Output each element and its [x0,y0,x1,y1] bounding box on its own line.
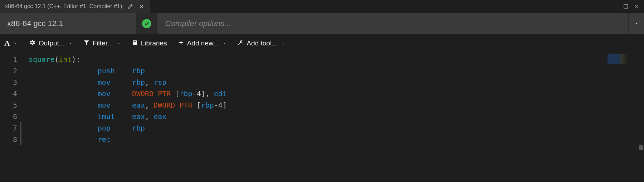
close-icon[interactable] [138,3,145,10]
tab-title: x86-64 gcc 12.1 (C++, Editor #1, Compile… [5,3,122,10]
filter-button[interactable]: Filter... [83,39,121,48]
asm-line: mov rbp, rsp [22,77,644,88]
asm-line: mov eax, DWORD PTR [rbp-4] [22,99,644,111]
line-number: 8 [0,134,17,145]
add-tool-button[interactable]: Add tool... [237,39,285,48]
line-number: 2 [0,65,17,77]
tab-bar: x86-64 gcc 12.1 (C++, Editor #1, Compile… [0,0,644,13]
font-button[interactable]: A [4,39,18,48]
chevron-down-icon [125,19,129,28]
chevron-down-icon [68,39,73,47]
line-number: 7 [0,122,17,134]
options-dropdown-button[interactable] [628,13,644,34]
line-number: 3 [0,77,17,88]
asm-line: square(int): [22,54,644,65]
chevron-down-icon [281,39,285,47]
gear-icon [29,39,36,48]
addtool-label: Add tool... [247,39,277,47]
compiler-selected-label: x86-64 gcc 12.1 [7,19,63,28]
chevron-down-icon [222,39,226,47]
line-number: 5 [0,99,17,111]
asm-line: imul eax, eax [22,111,644,122]
line-number: 6 [0,111,17,122]
asm-line: push rbp [22,65,644,77]
wrench-icon [237,39,244,48]
libraries-label: Libraries [141,39,167,47]
filter-label: Filter... [93,39,113,47]
assembly-editor[interactable]: 12345678 square(int): push rbp mov rbp, … [0,52,644,182]
addnew-label: Add new... [187,39,219,47]
edit-icon[interactable] [127,3,133,10]
chevron-down-icon [14,39,18,47]
vertical-scrollbar[interactable] [638,52,644,182]
book-icon [132,39,138,48]
close-panel-icon[interactable] [633,3,640,10]
compiler-bar: x86-64 gcc 12.1 [0,13,644,34]
toolbar: A Output... Filter... Libraries Add new.… [0,34,644,52]
asm-line: ret [22,134,644,145]
line-number-gutter: 12345678 [0,52,22,182]
window-controls [618,0,644,13]
add-new-button[interactable]: Add new... [178,39,227,48]
libraries-button[interactable]: Libraries [132,39,167,48]
minimap[interactable] [608,54,636,64]
panel-tab[interactable]: x86-64 gcc 12.1 (C++, Editor #1, Compile… [0,0,150,13]
maximize-icon[interactable] [623,3,629,10]
output-label: Output... [39,39,65,47]
asm-line: mov DWORD PTR [rbp-4], edi [22,88,644,99]
compiler-select[interactable]: x86-64 gcc 12.1 [0,13,136,34]
compiler-options-input[interactable] [157,13,628,34]
output-button[interactable]: Output... [29,39,73,48]
scrollbar-thumb[interactable] [639,145,643,150]
compile-status [136,13,157,34]
line-number: 4 [0,88,17,99]
success-check-icon [142,19,151,28]
asm-line: pop rbp [22,122,644,134]
svg-rect-0 [624,5,628,9]
filter-icon [83,39,90,48]
code-content: square(int): push rbp mov rbp, rsp mov D… [22,52,644,182]
plus-icon [178,39,184,48]
font-icon: A [4,39,10,48]
line-number: 1 [0,54,17,65]
chevron-down-icon [117,39,121,47]
